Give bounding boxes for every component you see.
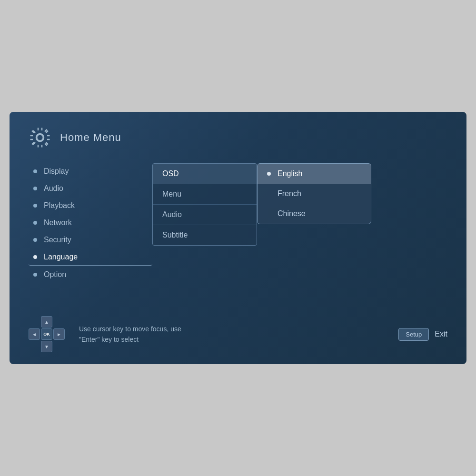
hint-text: Use cursor key to move focus, use "Enter… [79, 324, 398, 345]
nav-empty-br [53, 341, 65, 352]
home-menu-screen: Home Menu Display Audio Playback Network [10, 112, 466, 364]
left-menu: Display Audio Playback Network Security … [29, 163, 152, 283]
bullet-icon [33, 204, 37, 208]
sidebar-item-security[interactable]: Security [29, 232, 152, 248]
middle-menu: OSD Menu Audio Subtitle [152, 163, 257, 246]
bullet-icon [33, 187, 37, 190]
nav-empty-tr [53, 316, 65, 327]
nav-up-button[interactable]: ▲ [41, 316, 52, 327]
nav-left-button[interactable]: ◄ [29, 328, 40, 340]
page-title: Home Menu [60, 131, 121, 144]
footer-buttons: Setup Exit [398, 328, 447, 341]
language-french[interactable]: French [258, 184, 371, 204]
gear-icon [29, 126, 51, 149]
nav-right-button[interactable]: ► [53, 328, 65, 340]
sidebar-item-option[interactable]: Option [29, 267, 152, 283]
language-english[interactable]: English [258, 164, 371, 184]
exit-button[interactable]: Exit [435, 330, 447, 338]
menu-area: Display Audio Playback Network Security … [29, 163, 447, 283]
nav-empty-bl [29, 341, 40, 352]
bullet-icon [33, 169, 37, 173]
sidebar-item-playback[interactable]: Playback [29, 198, 152, 214]
bullet-icon [33, 255, 37, 259]
setup-button[interactable]: Setup [398, 328, 429, 341]
sidebar-item-display[interactable]: Display [29, 163, 152, 179]
menu-item-osd[interactable]: OSD [153, 164, 257, 184]
svg-point-1 [37, 135, 43, 141]
nav-ok-button[interactable]: OK [41, 328, 52, 340]
menu-item-audio[interactable]: Audio [153, 205, 257, 225]
bullet-icon [33, 238, 37, 242]
bullet-icon [33, 221, 37, 225]
menu-item-menu[interactable]: Menu [153, 184, 257, 205]
sidebar-item-audio[interactable]: Audio [29, 180, 152, 197]
bullet-icon [33, 273, 37, 277]
nav-down-button[interactable]: ▼ [41, 341, 52, 352]
nav-pad: ▲ ◄ OK ► ▼ [29, 316, 65, 352]
header: Home Menu [29, 126, 447, 149]
selected-dot-icon [267, 172, 271, 176]
language-chinese[interactable]: Chinese [258, 204, 371, 224]
nav-empty-tl [29, 316, 40, 327]
sidebar-item-language[interactable]: Language [29, 249, 152, 266]
right-menu: English French Chinese [257, 163, 371, 224]
sidebar-item-network[interactable]: Network [29, 215, 152, 231]
footer: ▲ ◄ OK ► ▼ Use cursor key to move focus,… [29, 316, 447, 352]
menu-item-subtitle[interactable]: Subtitle [153, 225, 257, 245]
